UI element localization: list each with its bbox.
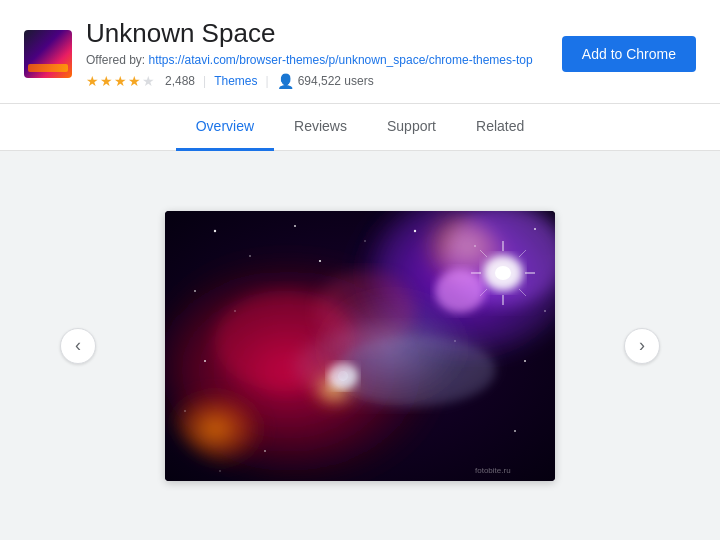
svg-point-40 xyxy=(184,410,186,412)
svg-point-37 xyxy=(524,360,526,362)
stars: ★ ★ ★ ★ ★ xyxy=(86,73,155,89)
meta-divider: | xyxy=(203,74,206,88)
carousel-next-button[interactable]: › xyxy=(624,328,660,364)
svg-point-33 xyxy=(194,290,196,292)
extension-header: Unknown Space Offered by: https://atavi.… xyxy=(0,0,720,104)
category-link[interactable]: Themes xyxy=(214,74,257,88)
screenshot-container: fotobite.ru xyxy=(165,211,555,481)
svg-point-41 xyxy=(264,450,266,452)
header-left: Unknown Space Offered by: https://atavi.… xyxy=(24,18,533,89)
svg-point-34 xyxy=(234,310,235,311)
svg-point-35 xyxy=(204,360,206,362)
offered-by: Offered by: https://atavi.com/browser-th… xyxy=(86,53,533,67)
screenshot-image: fotobite.ru xyxy=(165,211,555,481)
meta-row: ★ ★ ★ ★ ★ 2,488 | Themes | 👤 694,522 use… xyxy=(86,73,533,89)
svg-point-43 xyxy=(219,470,220,471)
svg-point-25 xyxy=(335,336,495,406)
rating-count: 2,488 xyxy=(165,74,195,88)
tab-related[interactable]: Related xyxy=(456,104,544,151)
svg-point-31 xyxy=(474,245,476,247)
svg-point-39 xyxy=(454,340,455,341)
tabs-bar: Overview Reviews Support Related xyxy=(0,104,720,151)
star-1: ★ xyxy=(86,73,99,89)
tab-reviews[interactable]: Reviews xyxy=(274,104,367,151)
svg-point-38 xyxy=(319,259,321,261)
chevron-left-icon: ‹ xyxy=(75,335,81,356)
svg-point-32 xyxy=(534,228,536,230)
svg-point-10 xyxy=(495,266,511,280)
users-info: 👤 694,522 users xyxy=(277,73,374,89)
svg-point-30 xyxy=(414,229,416,231)
star-3: ★ xyxy=(114,73,127,89)
tab-support[interactable]: Support xyxy=(367,104,456,151)
extension-icon-image xyxy=(24,30,72,78)
svg-point-36 xyxy=(544,310,546,312)
svg-point-27 xyxy=(249,255,251,257)
nebula-svg: fotobite.ru xyxy=(165,211,555,481)
svg-point-42 xyxy=(514,430,516,432)
header-info: Unknown Space Offered by: https://atavi.… xyxy=(86,18,533,89)
svg-point-19 xyxy=(435,269,485,313)
chevron-right-icon: › xyxy=(639,335,645,356)
svg-text:fotobite.ru: fotobite.ru xyxy=(475,466,511,475)
offered-by-link[interactable]: https://atavi.com/browser-themes/p/unkno… xyxy=(149,53,533,67)
page-wrapper: Unknown Space Offered by: https://atavi.… xyxy=(0,0,720,540)
carousel-wrapper: ‹ xyxy=(60,211,660,481)
extension-title: Unknown Space xyxy=(86,18,533,49)
extension-icon xyxy=(24,30,72,78)
star-2: ★ xyxy=(100,73,113,89)
carousel-prev-button[interactable]: ‹ xyxy=(60,328,96,364)
svg-point-26 xyxy=(214,229,216,231)
users-icon: 👤 xyxy=(277,73,294,89)
content-area: ‹ xyxy=(0,151,720,540)
tab-overview[interactable]: Overview xyxy=(176,104,274,151)
svg-point-28 xyxy=(294,225,296,227)
svg-point-29 xyxy=(364,240,365,241)
offered-by-prefix: Offered by: xyxy=(86,53,145,67)
meta-divider-2: | xyxy=(266,74,269,88)
star-5: ★ xyxy=(142,73,155,89)
users-count: 694,522 users xyxy=(298,74,374,88)
add-to-chrome-button[interactable]: Add to Chrome xyxy=(562,36,696,72)
star-4: ★ xyxy=(128,73,141,89)
